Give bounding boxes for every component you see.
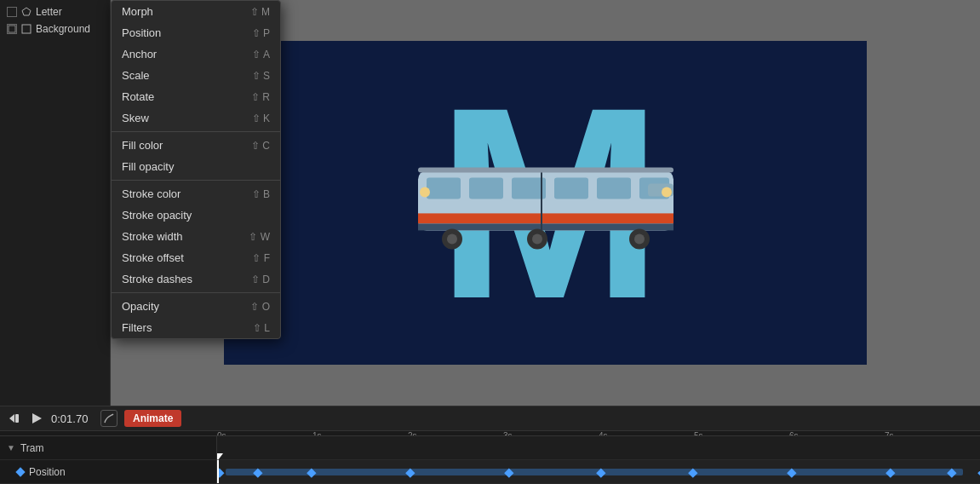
menu-label-anchor: Anchor	[122, 48, 157, 60]
menu-item-anchor[interactable]: Anchor⇧ A	[112, 43, 280, 65]
rect-icon	[21, 24, 32, 34]
svg-rect-2	[22, 25, 31, 33]
svg-rect-5	[469, 177, 503, 199]
track-tram[interactable]: ▼ Tram	[0, 436, 216, 460]
play-button[interactable]	[29, 411, 44, 426]
menu-separator	[112, 292, 280, 293]
svg-rect-22	[418, 167, 673, 172]
menu-item-position[interactable]: Position⇧ P	[112, 22, 280, 43]
layer-item-letter[interactable]: Letter	[0, 3, 110, 20]
track-position[interactable]: Position	[0, 460, 216, 484]
svg-rect-24	[15, 414, 19, 423]
track-position-label: Position	[29, 466, 66, 478]
position-keyframe-strip	[217, 460, 980, 484]
menu-item-rotate[interactable]: Rotate⇧ R	[112, 86, 280, 107]
layers-panel: Letter Background	[0, 0, 111, 406]
animate-button[interactable]: Animate	[124, 410, 181, 427]
layer-item-background[interactable]: Background	[0, 20, 110, 37]
playhead[interactable]	[217, 460, 219, 483]
menu-shortcut-fill_color: ⇧ C	[251, 140, 270, 152]
menu-label-morph: Morph	[122, 5, 153, 18]
track-dropdown-button[interactable]: ▼	[7, 443, 15, 452]
svg-rect-1	[9, 26, 15, 32]
menu-shortcut-rotate: ⇧ R	[251, 91, 270, 103]
menu-shortcut-morph: ⇧ M	[250, 6, 270, 18]
timeline-tracks: ▼ Tram Position	[0, 436, 980, 484]
time-display: 0:01.70	[51, 412, 94, 425]
keyframe-bar	[226, 469, 963, 475]
menu-item-stroke_opacity[interactable]: Stroke opacity	[112, 205, 280, 226]
svg-point-17	[634, 233, 645, 244]
menu-separator	[112, 180, 280, 181]
canvas: M	[224, 41, 867, 365]
svg-marker-23	[9, 414, 14, 423]
rewind-button[interactable]	[7, 411, 22, 426]
track-tram-label: Tram	[20, 442, 44, 454]
menu-item-skew[interactable]: Skew⇧ K	[112, 107, 280, 129]
layer-checkbox-letter[interactable]	[7, 7, 17, 17]
menu-label-stroke_offset: Stroke offset	[122, 251, 184, 264]
menu-label-scale: Scale	[122, 69, 150, 82]
svg-point-13	[447, 233, 457, 244]
menu-shortcut-skew: ⇧ K	[252, 112, 270, 124]
menu-shortcut-opacity: ⇧ O	[250, 301, 270, 313]
curve-editor-button[interactable]	[100, 410, 117, 427]
pentagon-icon	[21, 7, 32, 17]
menu-shortcut-stroke_color: ⇧ B	[252, 188, 270, 200]
menu-item-fill_color[interactable]: Fill color⇧ C	[112, 135, 280, 156]
menu-shortcut-stroke_offset: ⇧ F	[252, 252, 270, 264]
menu-item-stroke_offset[interactable]: Stroke offset⇧ F	[112, 247, 280, 268]
tram-track-row	[217, 436, 980, 460]
svg-marker-0	[22, 8, 31, 15]
menu-shortcut-stroke_dashes: ⇧ D	[251, 274, 270, 285]
menu-label-stroke_dashes: Stroke dashes	[122, 273, 192, 285]
menu-label-fill_color: Fill color	[122, 139, 163, 152]
track-content-area	[217, 436, 980, 484]
svg-point-21	[662, 187, 672, 197]
timeline-controls: 0:01.70 Animate	[0, 406, 980, 431]
svg-rect-4	[427, 177, 461, 199]
tram-image	[410, 153, 682, 256]
context-menu: Morph⇧ MPosition⇧ PAnchor⇧ AScale⇧ SRota…	[111, 0, 281, 339]
svg-rect-11	[418, 223, 673, 230]
menu-shortcut-filters: ⇧ L	[253, 322, 270, 334]
menu-item-stroke_dashes[interactable]: Stroke dashes⇧ D	[112, 268, 280, 290]
svg-rect-7	[554, 177, 588, 199]
menu-label-filters: Filters	[122, 321, 152, 334]
menu-label-position: Position	[122, 26, 161, 39]
menu-label-stroke_color: Stroke color	[122, 187, 181, 200]
menu-item-stroke_color[interactable]: Stroke color⇧ B	[112, 183, 280, 205]
menu-shortcut-position: ⇧ P	[252, 27, 270, 39]
menu-shortcut-stroke_width: ⇧ W	[249, 231, 270, 243]
position-keyframe-icon	[15, 467, 25, 476]
menu-item-fill_opacity[interactable]: Fill opacity	[112, 156, 280, 177]
menu-label-stroke_opacity: Stroke opacity	[122, 209, 192, 222]
menu-item-morph[interactable]: Morph⇧ M	[112, 1, 280, 22]
svg-point-20	[420, 187, 430, 197]
timeline: 0:01.70 Animate 0s1s2s3s4s5s6s7s8s ▼ Tra…	[0, 406, 980, 484]
track-labels: ▼ Tram Position	[0, 436, 217, 484]
playhead-triangle	[217, 453, 223, 460]
svg-rect-8	[597, 177, 631, 199]
svg-point-15	[532, 233, 542, 244]
svg-marker-25	[32, 413, 42, 424]
menu-label-skew: Skew	[122, 112, 149, 124]
menu-label-opacity: Opacity	[122, 300, 159, 313]
menu-label-rotate: Rotate	[122, 90, 154, 103]
layer-label-letter: Letter	[36, 6, 62, 18]
menu-item-scale[interactable]: Scale⇧ S	[112, 65, 280, 86]
layer-label-background: Background	[36, 23, 90, 35]
menu-item-opacity[interactable]: Opacity⇧ O	[112, 296, 280, 317]
menu-shortcut-anchor: ⇧ A	[252, 49, 270, 60]
menu-item-stroke_width[interactable]: Stroke width⇧ W	[112, 226, 280, 247]
menu-label-fill_opacity: Fill opacity	[122, 160, 174, 173]
svg-rect-10	[418, 213, 673, 223]
menu-separator	[112, 131, 280, 132]
layer-checkbox-background[interactable]	[7, 24, 17, 34]
menu-item-filters[interactable]: Filters⇧ L	[112, 317, 280, 338]
menu-shortcut-scale: ⇧ S	[252, 70, 270, 82]
menu-label-stroke_width: Stroke width	[122, 230, 183, 243]
